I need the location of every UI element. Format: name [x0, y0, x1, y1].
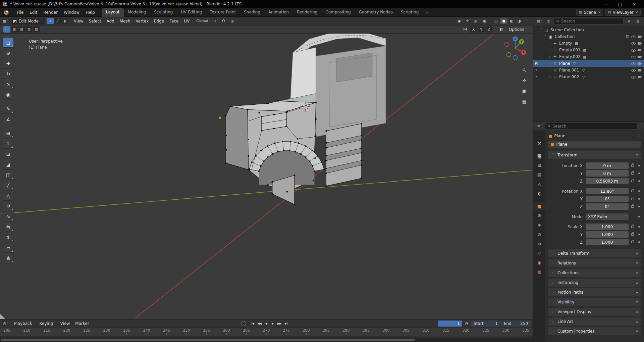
search-input[interactable] — [552, 124, 635, 129]
tool-extrude-region[interactable]: ⇧ — [3, 139, 13, 148]
workspace-tab-layout[interactable]: Layout — [102, 8, 124, 17]
workspace-tab-rendering[interactable]: Rendering — [293, 8, 321, 17]
unlink-scene-icon[interactable]: × — [598, 10, 601, 14]
viewport-canvas[interactable] — [0, 34, 533, 319]
gizmo-minus-x-axis[interactable] — [505, 42, 509, 47]
tool-rotate[interactable]: ↻ — [3, 69, 13, 79]
blender-menu-button[interactable]: ˅ — [2, 10, 14, 15]
lock-icon[interactable] — [631, 241, 634, 243]
viewport-menu-add[interactable]: Add — [104, 18, 117, 25]
select-mode-extend-button[interactable]: ⊞ — [11, 26, 18, 33]
expand-icon[interactable]: › — [548, 48, 552, 52]
editor-type-button[interactable]: ▤˅ — [536, 18, 543, 25]
disable-in-render-icon[interactable] — [638, 41, 642, 46]
object-type-visibility-button[interactable]: ◉˅ — [457, 18, 464, 24]
timeline-menu-playback[interactable]: Playback˅ — [11, 320, 37, 327]
animate-property-dot[interactable] — [638, 173, 640, 174]
tool-measure[interactable]: ∠ — [3, 114, 13, 124]
new-collection-button[interactable]: ⊞ — [634, 18, 642, 25]
hide-in-viewport-icon[interactable] — [631, 41, 636, 46]
viewlayer-selector[interactable]: ▤ ViewLayer × — [605, 9, 641, 16]
viewport-menu-face[interactable]: Face — [167, 18, 181, 25]
tool-annotate[interactable]: ✎ — [3, 104, 13, 113]
hide-in-viewport-icon[interactable] — [631, 68, 636, 72]
animate-property-dot[interactable] — [638, 216, 640, 217]
lock-icon[interactable] — [631, 164, 634, 167]
select-mode-invert-button[interactable]: ⊠ — [25, 26, 33, 33]
shading-solid-button[interactable]: ● — [500, 18, 507, 24]
orientation-selector[interactable]: Global˅ — [196, 18, 211, 24]
editor-type-button[interactable]: ≡˅ — [536, 123, 543, 129]
mirror-x-toggle[interactable]: X — [470, 27, 477, 33]
toggle-grid-button[interactable]: ▦ — [521, 98, 528, 105]
tool-select-box[interactable]: ◻ — [3, 38, 13, 47]
lock-icon[interactable] — [631, 226, 634, 228]
menu-window[interactable]: Window — [61, 9, 83, 16]
add-workspace-button[interactable]: + — [423, 8, 431, 16]
tool-transform[interactable]: ◉ — [3, 90, 13, 99]
mode-selector[interactable]: ◩ Edit Mode ˅ — [11, 18, 45, 25]
shading-rendered-button[interactable]: ◑ — [516, 18, 523, 24]
properties-tab-material[interactable]: ◉ — [534, 258, 545, 266]
properties-search[interactable]: ⚲ — [545, 123, 638, 129]
tool-knife[interactable]: ╱ — [3, 180, 13, 190]
location-y-field[interactable]: 0 m — [586, 170, 629, 177]
menu-edit[interactable]: Edit — [26, 9, 40, 16]
filter-icon[interactable]: ∇ — [625, 18, 633, 25]
select-mode-intersect-button[interactable]: ⊡ — [33, 26, 40, 33]
hide-in-viewport-icon[interactable] — [631, 55, 636, 59]
pan-button[interactable]: ✛ — [521, 77, 528, 84]
properties-tab-physics[interactable]: ⊚ — [534, 230, 545, 238]
panel-collections[interactable]: ›Collections≡ — [548, 269, 641, 277]
tool-scale[interactable]: ⇲ — [3, 79, 13, 89]
tool-smooth[interactable]: ∿ — [3, 211, 13, 221]
maximize-button[interactable]: □ — [613, 0, 627, 8]
mirror-z-toggle[interactable]: Z — [485, 27, 493, 33]
workspace-tab-texture-paint[interactable]: Texture Paint — [206, 8, 240, 17]
panel-relations[interactable]: ›Relations≡ — [548, 259, 641, 267]
properties-tab-render[interactable]: ◙ — [534, 152, 545, 160]
tool-loop-cut[interactable]: ◫ — [3, 170, 13, 180]
mirror-y-toggle[interactable]: Y — [478, 27, 485, 33]
disable-in-render-icon[interactable] — [638, 48, 642, 52]
pivot-point-button[interactable]: ⊙˅ — [212, 18, 219, 24]
scrollbar-thumb[interactable] — [1, 339, 415, 341]
clock-icon[interactable]: ◔ — [463, 320, 470, 327]
toggle-xray-button[interactable]: ▣ — [481, 18, 488, 24]
viewport-menu-view[interactable]: View — [71, 18, 86, 25]
current-frame-field[interactable]: 1 — [438, 321, 462, 327]
select-mode-subtract-button[interactable]: ⊟ — [18, 26, 25, 33]
shading-dropdown-button[interactable]: ˅ — [523, 18, 531, 24]
prev-keyframe-button[interactable]: ◀◀ — [256, 321, 262, 327]
properties-tab-modifiers[interactable]: ⚙ — [534, 211, 545, 219]
animate-property-dot[interactable] — [638, 190, 640, 192]
viewport-menu-vertex[interactable]: Vertex — [133, 18, 151, 25]
outliner-row-empty[interactable]: ›✛Empty▦ — [533, 40, 644, 47]
location-x-field[interactable]: 0 m — [586, 162, 629, 169]
breadcrumb-object-name[interactable]: Plane — [554, 134, 565, 138]
workspace-tab-compositing[interactable]: Compositing — [321, 8, 355, 17]
viewport-menu-mesh[interactable]: Mesh — [117, 18, 133, 25]
options-dropdown[interactable]: Options˅ — [506, 27, 530, 33]
expand-icon[interactable]: › — [548, 68, 552, 72]
rotation-mode-dropdown[interactable]: XYZ Euler˅ — [586, 213, 629, 220]
animate-property-dot[interactable] — [638, 206, 640, 207]
workspace-tab-animation[interactable]: Animation — [264, 8, 293, 17]
outliner-row-scene-collection[interactable]: ˅□Scene Collection — [533, 27, 644, 33]
animate-property-dot[interactable] — [638, 198, 640, 200]
outliner-row-empty-002[interactable]: ›✛Empty.002▦ — [533, 53, 644, 60]
hide-in-viewport-icon[interactable] — [631, 48, 636, 52]
workspace-tab-modeling[interactable]: Modeling — [124, 8, 150, 17]
search-input[interactable] — [561, 19, 621, 23]
properties-tab-particles[interactable]: ∗ — [534, 221, 545, 229]
timeline-menu-keying[interactable]: Keying˅ — [37, 320, 58, 327]
shading-wireframe-button[interactable]: ○ — [492, 18, 500, 24]
minimize-button[interactable]: ─ — [599, 0, 613, 8]
tool-poly-build[interactable]: △ — [3, 191, 13, 200]
camera-view-button[interactable]: ▣ — [521, 87, 528, 95]
expand-icon[interactable]: › — [548, 42, 552, 45]
properties-tab-object[interactable]: ■ — [534, 202, 545, 210]
hide-in-viewport-icon[interactable] — [631, 35, 636, 39]
frame-end-field[interactable]: End250 — [501, 321, 531, 327]
remove-viewlayer-icon[interactable]: × — [635, 10, 638, 14]
